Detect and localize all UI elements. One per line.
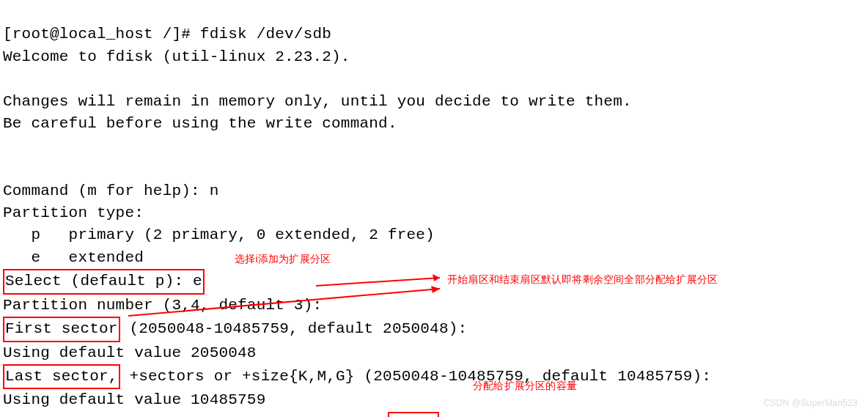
line-command-n[interactable]: Command (m for help): n — [3, 182, 218, 199]
using-first: Using default value 2050048 — [3, 344, 257, 361]
annotation-sector-default: 开始扇区和结束扇区默认即将剩余空间全部分配给扩展分区 — [447, 272, 718, 287]
size-box: 4 GiB — [388, 412, 439, 417]
line-careful: Be careful before using the write comman… — [3, 115, 397, 132]
partition-number[interactable]: Partition number (3,4, default 3): — [3, 297, 322, 314]
annotation-select-extended: 选择i添加为扩展分区 — [235, 251, 331, 266]
line-extended: e extended — [3, 249, 144, 266]
line-welcome: Welcome to fdisk (util-linux 2.23.2). — [3, 48, 350, 65]
first-sector-label: First sector — [5, 320, 118, 337]
line-primary: p primary (2 primary, 0 extended, 2 free… — [3, 226, 435, 243]
annotation-size: 分配给扩展分区的容量 — [473, 378, 577, 393]
terminal-output: [root@local_host /]# fdisk /dev/sdb Welc… — [3, 1, 865, 417]
first-sector-rest[interactable]: (2050048-10485759, default 2050048): — [120, 320, 468, 337]
select-default-box[interactable]: Select (default p): e — [3, 269, 205, 294]
line-prompt-cmd[interactable]: [root@local_host /]# fdisk /dev/sdb — [3, 26, 331, 43]
line-partition-type: Partition type: — [3, 204, 144, 221]
last-sector-label: Last sector, — [5, 368, 118, 385]
first-sector-box: First sector — [3, 317, 120, 342]
last-sector-box: Last sector, — [3, 364, 120, 389]
watermark: CSDN @SuperMan523 — [764, 397, 858, 410]
line-changes: Changes will remain in memory only, unti… — [3, 93, 632, 110]
last-sector-rest[interactable]: +sectors or +size{K,M,G} (2050048-104857… — [120, 368, 712, 385]
using-last: Using default value 10485759 — [3, 391, 265, 408]
select-text: Select (default p): e — [5, 273, 202, 289]
